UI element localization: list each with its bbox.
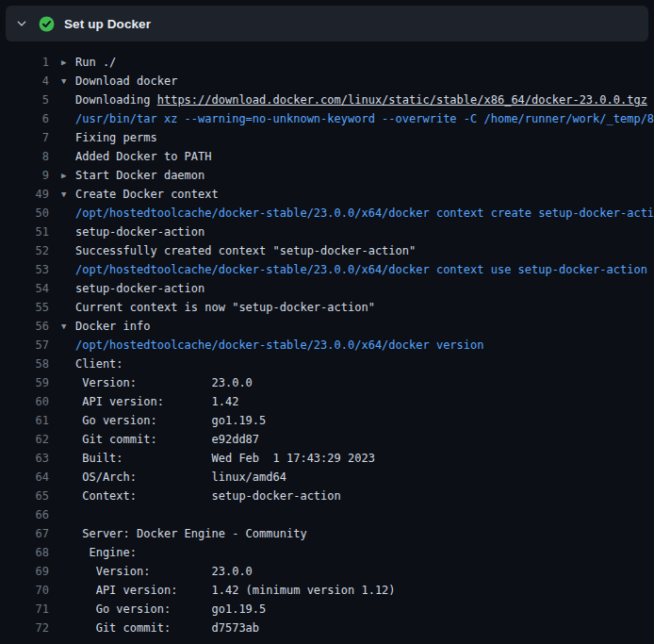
gutter-space: [49, 430, 75, 449]
chevron-down-icon[interactable]: ▼: [49, 317, 75, 336]
gutter-space: [49, 600, 75, 619]
line-number[interactable]: 4: [0, 72, 49, 91]
line-number[interactable]: 6: [0, 109, 49, 128]
line-number[interactable]: 56: [0, 317, 49, 336]
line-number[interactable]: 64: [0, 468, 49, 487]
gutter-space: [49, 619, 75, 637]
log-text: Go version: go1.19.5: [75, 411, 266, 430]
log-text: Built: Wed Feb 1 17:43:29 2023: [75, 449, 375, 468]
gutter-space: [49, 543, 75, 562]
log-text: Context: setup-docker-action: [75, 487, 341, 505]
line-number[interactable]: 68: [0, 543, 49, 562]
log-line: 62 Git commit: e92dd87: [0, 430, 654, 449]
line-number[interactable]: 53: [0, 260, 49, 279]
log-command: /opt/hostedtoolcache/docker-stable/23.0.…: [75, 260, 647, 279]
log-line: 64 OS/Arch: linux/amd64: [0, 468, 654, 487]
log-line: 58Client:: [0, 355, 654, 373]
gutter-space: [49, 411, 75, 430]
step-title: Set up Docker: [64, 17, 151, 31]
log-command: /usr/bin/tar xz --warning=no-unknown-key…: [75, 109, 654, 128]
line-number[interactable]: 1: [0, 53, 49, 72]
log-text: Go version: go1.19.5: [75, 600, 266, 619]
log-line: 9▶Start Docker daemon: [0, 166, 654, 185]
log-text: Version: 23.0.0: [75, 373, 253, 392]
log-line: 70 API version: 1.42 (minimum version 1.…: [0, 581, 654, 600]
gutter-space: [49, 279, 75, 298]
line-number[interactable]: 59: [0, 373, 49, 392]
group-title[interactable]: Start Docker daemon: [75, 166, 204, 185]
gutter-space: [49, 298, 75, 317]
gutter-space: [49, 562, 75, 581]
line-number[interactable]: 71: [0, 600, 49, 619]
log-text: API version: 1.42 (minimum version 1.12): [75, 581, 396, 600]
gutter-space: [49, 524, 75, 543]
group-title[interactable]: Download docker: [75, 72, 177, 91]
log-line: 65 Context: setup-docker-action: [0, 487, 654, 505]
line-number[interactable]: 8: [0, 147, 49, 166]
log-text: Git commit: e92dd87: [75, 430, 259, 449]
line-number[interactable]: 51: [0, 223, 49, 241]
line-number[interactable]: 50: [0, 204, 49, 223]
line-number[interactable]: 7: [0, 128, 49, 147]
chevron-right-icon[interactable]: ▶: [49, 166, 75, 185]
line-number[interactable]: 58: [0, 355, 49, 373]
gutter-space: [49, 449, 75, 468]
line-number[interactable]: 9: [0, 166, 49, 185]
log-line: 71 Go version: go1.19.5: [0, 600, 654, 619]
log-line: 66: [0, 505, 654, 524]
log-text: Client:: [75, 355, 123, 373]
line-number[interactable]: 70: [0, 581, 49, 600]
chevron-down-icon[interactable]: ▼: [49, 185, 75, 204]
log-line: 60 API version: 1.42: [0, 392, 654, 411]
log-text: Engine:: [75, 543, 137, 562]
chevron-down-icon[interactable]: ▼: [49, 72, 75, 91]
line-number[interactable]: 49: [0, 185, 49, 204]
log-command: /opt/hostedtoolcache/docker-stable/23.0.…: [75, 336, 483, 355]
line-number[interactable]: 60: [0, 392, 49, 411]
log-text: Downloading: [75, 91, 157, 109]
line-number[interactable]: 52: [0, 241, 49, 260]
log-text: setup-docker-action: [75, 279, 204, 298]
log-line: 6/usr/bin/tar xz --warning=no-unknown-ke…: [0, 109, 654, 128]
group-title[interactable]: Docker info: [75, 317, 150, 336]
line-number[interactable]: 61: [0, 411, 49, 430]
chevron-right-icon[interactable]: ▶: [49, 53, 75, 72]
line-number[interactable]: 63: [0, 449, 49, 468]
step-header[interactable]: Set up Docker: [6, 6, 648, 41]
log-text: Added Docker to PATH: [75, 147, 212, 166]
line-number[interactable]: 5: [0, 91, 49, 109]
status-success-icon: [38, 15, 55, 32]
line-number[interactable]: 72: [0, 619, 49, 637]
line-number[interactable]: 54: [0, 279, 49, 298]
log-line: 7Fixing perms: [0, 128, 654, 147]
chevron-down-icon[interactable]: [15, 17, 28, 30]
group-title[interactable]: Run ./: [75, 53, 116, 72]
line-number[interactable]: 55: [0, 298, 49, 317]
log-line: 54setup-docker-action: [0, 279, 654, 298]
log-line: 49▼Create Docker context: [0, 185, 654, 204]
line-number[interactable]: 57: [0, 336, 49, 355]
log-link[interactable]: https://download.docker.com/linux/static…: [157, 91, 647, 109]
log-line: 52Successfully created context "setup-do…: [0, 241, 654, 260]
log-line: 51setup-docker-action: [0, 223, 654, 241]
gutter-space: [49, 260, 75, 279]
log-line: 55Current context is now "setup-docker-a…: [0, 298, 654, 317]
gutter-space: [49, 223, 75, 241]
log-line: 4▼Download docker: [0, 72, 654, 91]
log-line: 69 Version: 23.0.0: [0, 562, 654, 581]
line-number[interactable]: 67: [0, 524, 49, 543]
log-command: /opt/hostedtoolcache/docker-stable/23.0.…: [75, 204, 654, 223]
log-line: 53/opt/hostedtoolcache/docker-stable/23.…: [0, 260, 654, 279]
line-number[interactable]: 62: [0, 430, 49, 449]
line-number[interactable]: 69: [0, 562, 49, 581]
gutter-space: [49, 128, 75, 147]
line-number[interactable]: 66: [0, 505, 49, 524]
group-title[interactable]: Create Docker context: [75, 185, 219, 204]
log-line: 67 Server: Docker Engine - Community: [0, 524, 654, 543]
log-line: 1▶Run ./: [0, 53, 654, 72]
gutter-space: [49, 241, 75, 260]
log-line: 72 Git commit: d7573ab: [0, 619, 654, 637]
line-number[interactable]: 65: [0, 487, 49, 505]
gutter-space: [49, 392, 75, 411]
log-line: 50/opt/hostedtoolcache/docker-stable/23.…: [0, 204, 654, 223]
